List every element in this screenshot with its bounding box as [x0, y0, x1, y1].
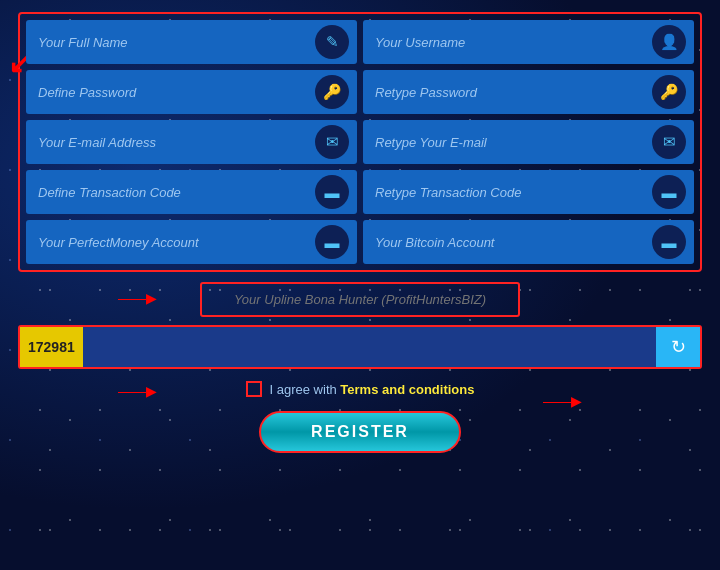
retype-email-icon: ✉ — [652, 125, 686, 159]
terms-text: I agree with Terms and conditions — [270, 382, 475, 397]
password-input[interactable] — [38, 85, 309, 100]
perfect-money-icon: ▬ — [315, 225, 349, 259]
email-field-wrapper: ✉ — [26, 120, 357, 164]
full-name-field-wrapper: ✎ — [26, 20, 357, 64]
retype-email-input[interactable] — [375, 135, 646, 150]
password-field-wrapper: 🔑 — [26, 70, 357, 114]
registration-form-grid: ✎ 👤 🔑 🔑 ✉ ✉ ▬ ▬ — [18, 12, 702, 272]
register-button[interactable]: REGISTER — [259, 411, 461, 453]
page-container: ↙ ✎ 👤 🔑 🔑 ✉ ✉ — [0, 0, 720, 465]
perfect-money-input[interactable] — [38, 235, 309, 250]
terms-checkbox[interactable] — [246, 381, 262, 397]
email-input[interactable] — [38, 135, 309, 150]
bitcoin-field-wrapper: ▬ — [363, 220, 694, 264]
retype-transaction-field-wrapper: ▬ — [363, 170, 694, 214]
upline-wrapper: ——▶ — [18, 282, 702, 317]
transaction-code-field-wrapper: ▬ — [26, 170, 357, 214]
transaction-code-icon: ▬ — [315, 175, 349, 209]
retype-password-field-wrapper: 🔑 — [363, 70, 694, 114]
arrow-terms: ——▶ — [118, 383, 157, 399]
bitcoin-icon: ▬ — [652, 225, 686, 259]
captcha-refresh-button[interactable]: ↻ — [656, 327, 700, 367]
full-name-input[interactable] — [38, 35, 309, 50]
retype-password-icon: 🔑 — [652, 75, 686, 109]
full-name-icon: ✎ — [315, 25, 349, 59]
retype-transaction-icon: ▬ — [652, 175, 686, 209]
arrow-upline: ——▶ — [118, 290, 157, 306]
terms-row: ——▶ I agree with Terms and conditions — [18, 381, 702, 397]
email-icon: ✉ — [315, 125, 349, 159]
refresh-icon: ↻ — [671, 336, 686, 358]
terms-link[interactable]: Terms and conditions — [340, 382, 474, 397]
register-wrapper: ——▶ REGISTER — [18, 411, 702, 453]
captcha-wrapper: 172981 ↻ — [18, 325, 702, 369]
retype-transaction-input[interactable] — [375, 185, 646, 200]
transaction-code-input[interactable] — [38, 185, 309, 200]
upline-input[interactable] — [200, 282, 520, 317]
perfect-money-field-wrapper: ▬ — [26, 220, 357, 264]
captcha-input[interactable] — [83, 327, 656, 367]
bitcoin-input[interactable] — [375, 235, 646, 250]
username-input[interactable] — [375, 35, 646, 50]
password-icon: 🔑 — [315, 75, 349, 109]
username-icon: 👤 — [652, 25, 686, 59]
arrow-register: ——▶ — [543, 393, 582, 409]
retype-password-input[interactable] — [375, 85, 646, 100]
retype-email-field-wrapper: ✉ — [363, 120, 694, 164]
username-field-wrapper: 👤 — [363, 20, 694, 64]
captcha-code: 172981 — [20, 327, 83, 367]
